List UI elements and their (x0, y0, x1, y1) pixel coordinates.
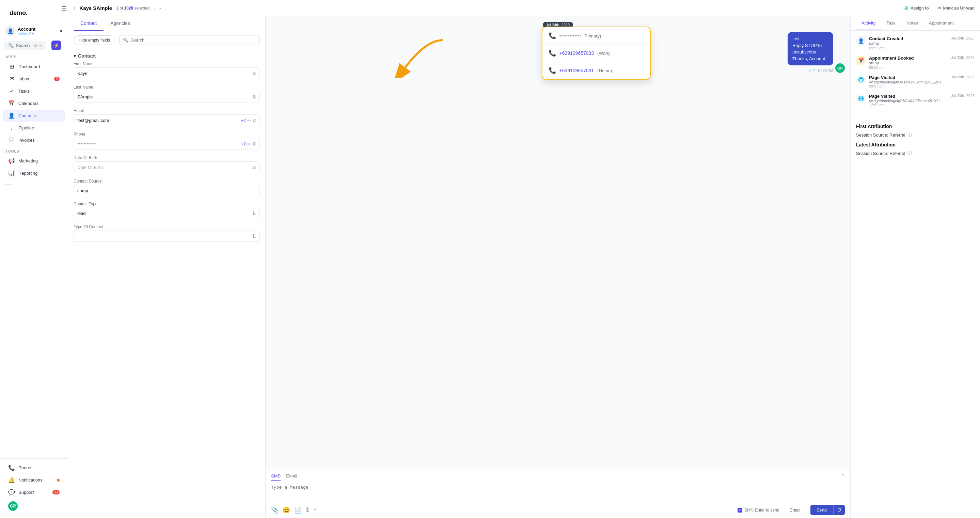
inbox-icon: ✉ (8, 76, 15, 82)
sidebar-item-support[interactable]: 💬 Support 23 (3, 486, 65, 498)
globe-icon-wrap: 🌐 (856, 75, 865, 84)
sidebar-item-phone[interactable]: 📞 Phone (3, 462, 65, 474)
send-button[interactable]: Send ⏱ (810, 505, 845, 515)
email-value[interactable]: test@gmail.com +2 ✏ ⧉ (73, 115, 260, 126)
edit-icon[interactable]: ✏ (247, 118, 251, 123)
contact-created-icon-wrap: 👤 (856, 36, 865, 46)
sidebar-search[interactable]: 🔍 Search ctrl K (4, 41, 46, 50)
contact-section: ▾ Contact First Name Kaye ⧉ Last Name (68, 49, 265, 253)
sidebar-hamburger-icon[interactable]: ☰ (61, 5, 67, 12)
sidebar-search-label: Search (16, 43, 30, 48)
send-arrow-icon[interactable]: ⏱ (833, 505, 845, 515)
phone-value[interactable]: •••••••••••• +2 ✏ ⧉ (73, 138, 260, 150)
edit-field-icon[interactable]: ⧉ (253, 94, 256, 100)
phone-popup: 📞 ••••••••••••• Primary) 📞 +639109657033… (542, 27, 651, 80)
tab-agencies[interactable]: Agencies (103, 16, 137, 31)
phone-popup-work[interactable]: 📞 +639109657033 (Work) (542, 45, 650, 62)
sidebar-item-profile[interactable]: GP (3, 499, 65, 513)
contact-section-header[interactable]: ▾ Contact (73, 49, 260, 61)
activity-date: Jul 20th, 2023 (951, 56, 975, 60)
checkbox-checked-icon[interactable]: ✓ (738, 508, 742, 513)
plus-icon[interactable]: + (313, 507, 317, 513)
dollar-icon[interactable]: $ (306, 507, 309, 513)
tab-activity[interactable]: Activity (856, 16, 881, 30)
chat-messages: Jul 24th, 2023 testReply STOP to unsubsc… (266, 16, 850, 469)
chat-icon: 💬 (8, 489, 15, 496)
activity-title: Contact Created (869, 36, 903, 41)
activity-item: 👤 Contact Created Jul 20th, 2023 samp 09… (856, 36, 975, 50)
notification-dot (57, 479, 60, 481)
contact-source-value[interactable]: samp (73, 185, 260, 196)
phone-popup-primary[interactable]: 📞 ••••••••••••• Primary) (542, 27, 650, 45)
sidebar-item-tasks[interactable]: ✓ Tasks (3, 85, 65, 97)
more-icon[interactable]: ⧉ (253, 164, 256, 170)
message-meta: ✓✓ 10:38 AM (809, 68, 833, 73)
tab-task[interactable]: Task (881, 16, 901, 30)
edit-icon[interactable]: ✏ (247, 141, 251, 147)
send-label[interactable]: Send (810, 505, 833, 515)
sidebar: demo. ☰ 👤 Account Irvine, CA ▾ 🔍 Search … (0, 0, 68, 518)
sidebar-bolt-button[interactable]: ⚡ (51, 40, 61, 50)
last-name-label: Last Name (73, 85, 260, 89)
hide-empty-fields-button[interactable]: Hide empty fields (73, 35, 115, 45)
next-contact-arrow[interactable]: › (159, 5, 161, 11)
selected-count[interactable]: 1028 (124, 6, 134, 11)
activity-content: Page Visited Jul 20th, 2023 /widget/book… (869, 75, 975, 88)
assign-to-button[interactable]: ⊕ Assign to (904, 5, 929, 11)
first-name-value[interactable]: Kaye ⧉ (73, 67, 260, 79)
selected-info: 1 of 1028 selected (116, 6, 150, 11)
back-button[interactable]: ‹ (73, 5, 75, 11)
contact-search-input[interactable] (130, 37, 256, 43)
type-of-contact-field: Type Of Contact ⇅ (73, 225, 260, 242)
more-icon[interactable]: ⧉ (253, 141, 256, 147)
last-name-value[interactable]: SAmple ⧉ (73, 91, 260, 103)
activity-time: 09:57 pm (869, 84, 975, 88)
contact-search-wrap: 🔍 (119, 35, 260, 45)
sidebar-item-dashboard[interactable]: ⊞ Dashboard (3, 61, 65, 73)
activity-url: /widget/booking/4gP8GaX4rFSdmzX91Y1i (869, 99, 975, 103)
email-field: Email test@gmail.com +2 ✏ ⧉ (73, 108, 260, 126)
more-icon[interactable]: ⧉ (253, 118, 256, 123)
collapse-chevron-icon: ▾ (73, 53, 76, 59)
prev-contact-arrow[interactable]: ‹ (154, 5, 155, 11)
tab-appointment[interactable]: Appointment (923, 16, 959, 30)
sidebar-item-contacts[interactable]: 👤 Contacts (3, 110, 65, 121)
tab-notes[interactable]: Notes (901, 16, 923, 30)
emoji-icon[interactable]: 😊 (283, 507, 290, 514)
first-name-field: First Name Kaye ⧉ (73, 61, 260, 79)
tasks-icon: ✓ (8, 88, 15, 94)
contact-toolbar: Hide empty fields 🔍 (68, 31, 265, 49)
activity-item: 📅 Appointment Booked Jul 20th, 2023 samp… (856, 56, 975, 70)
sidebar-item-marketing[interactable]: 📢 Marketing (3, 155, 65, 167)
mark-unread-label: Mark as Unread (943, 5, 975, 11)
type-of-contact-value[interactable]: ⇅ (73, 231, 260, 242)
sidebar-item-pipeline[interactable]: ⋮ Pipeline (3, 122, 65, 134)
sidebar-item-invoices[interactable]: 📄 Invoices (3, 134, 65, 146)
sidebar-item-inbox[interactable]: ✉ Inbox 2 (3, 73, 65, 85)
date-of-birth-value[interactable]: Date Of Birth ⧉ (73, 161, 260, 173)
invoices-icon: 📄 (8, 137, 15, 143)
clear-button[interactable]: Clear (784, 505, 807, 515)
sidebar-item-reporting[interactable]: 📊 Reporting (3, 167, 65, 179)
phone-popup-home[interactable]: 📞 +639109657031 (Home) (542, 62, 650, 79)
sidebar-account[interactable]: 👤 Account Irvine, CA ▾ (0, 24, 68, 38)
phone-count-badge[interactable]: +2 (241, 142, 246, 147)
tab-sms[interactable]: SMS (271, 472, 281, 481)
activity-date: Jul 20th, 2023 (951, 36, 975, 40)
mark-unread-button[interactable]: ✉ Mark as Unread (937, 5, 975, 11)
apps-section-label: Apps (0, 52, 68, 60)
collapse-icon[interactable]: — (0, 180, 68, 190)
sidebar-item-notifications[interactable]: 🔔 Notifications (3, 474, 65, 486)
message-input[interactable] (266, 481, 850, 501)
info-icon[interactable]: ⓘ (907, 132, 912, 138)
tab-email[interactable]: Email (286, 472, 297, 481)
attachment-icon[interactable]: 📎 (271, 507, 278, 514)
contact-type-value[interactable]: lead ⇅ (73, 208, 260, 219)
edit-field-icon[interactable]: ⧉ (253, 70, 256, 76)
tab-contact[interactable]: Contact (73, 16, 103, 31)
email-count-badge[interactable]: +2 (241, 118, 246, 123)
sidebar-item-calendars[interactable]: 📅 Calendars (3, 97, 65, 109)
document-icon[interactable]: 📄 (294, 507, 302, 514)
expand-icon[interactable]: ⤡ (841, 472, 845, 481)
info-icon[interactable]: ⓘ (907, 150, 912, 156)
